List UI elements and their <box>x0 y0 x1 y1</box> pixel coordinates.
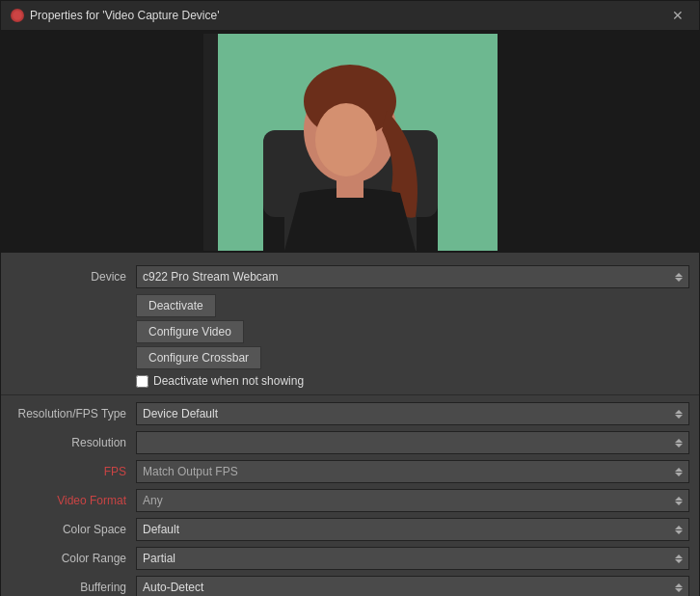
arrow-down-icon <box>675 501 683 505</box>
fps-arrow <box>675 468 683 476</box>
resolution-fps-type-value: Device Default <box>143 407 671 420</box>
color-space-label: Color Space <box>11 523 136 536</box>
color-space-select[interactable]: Default <box>136 518 689 541</box>
resolution-control <box>136 431 689 454</box>
arrow-down-icon <box>675 444 683 447</box>
color-range-value: Partial <box>143 552 671 565</box>
buffering-label: Buffering <box>11 581 136 594</box>
fps-label: FPS <box>11 465 136 478</box>
dialog-window: Properties for 'Video Capture Device' ✕ <box>0 0 700 596</box>
color-range-row: Color Range Partial <box>1 544 699 573</box>
fps-control: Match Output FPS <box>136 460 689 483</box>
resolution-fps-type-control: Device Default <box>136 402 689 425</box>
resolution-label: Resolution <box>11 436 136 449</box>
close-button[interactable]: ✕ <box>666 7 689 24</box>
arrow-down-icon <box>675 588 683 592</box>
device-row: Device c922 Pro Stream Webcam <box>1 262 699 291</box>
fps-value: Match Output FPS <box>143 465 671 478</box>
configure-crossbar-button[interactable]: Configure Crossbar <box>136 346 261 369</box>
configure-video-button[interactable]: Configure Video <box>136 320 244 343</box>
color-space-value: Default <box>143 523 671 536</box>
title-bar: Properties for 'Video Capture Device' ✕ <box>1 1 699 31</box>
preview-area <box>1 31 699 253</box>
settings-area: Device c922 Pro Stream Webcam Deactivate… <box>1 253 699 596</box>
svg-rect-1 <box>203 34 218 251</box>
resolution-fps-type-select[interactable]: Device Default <box>136 402 689 425</box>
resolution-fps-type-label: Resolution/FPS Type <box>11 407 136 420</box>
buffering-select[interactable]: Auto-Detect <box>136 576 689 596</box>
buffering-value: Auto-Detect <box>143 581 671 594</box>
resolution-arrow <box>675 439 683 447</box>
device-control: c922 Pro Stream Webcam <box>136 265 689 288</box>
device-arrow <box>675 273 683 282</box>
app-icon <box>11 9 24 22</box>
device-select[interactable]: c922 Pro Stream Webcam <box>136 265 689 288</box>
svg-point-8 <box>315 103 377 176</box>
arrow-down-icon <box>675 473 683 476</box>
buffering-row: Buffering Auto-Detect <box>1 573 699 596</box>
buttons-area: Deactivate Configure Video Configure Cro… <box>136 294 689 388</box>
buffering-control: Auto-Detect <box>136 576 689 596</box>
title-bar-left: Properties for 'Video Capture Device' <box>11 9 219 22</box>
device-label: Device <box>11 270 136 284</box>
color-space-arrow <box>675 526 683 534</box>
preview-svg <box>203 34 498 251</box>
color-range-label: Color Range <box>11 552 136 565</box>
deactivate-when-not-showing-checkbox[interactable] <box>136 375 148 388</box>
arrow-down-icon <box>675 559 683 563</box>
arrow-up-icon <box>675 468 683 472</box>
deactivate-checkbox-row: Deactivate when not showing <box>136 374 304 388</box>
arrow-down-icon <box>675 415 683 419</box>
arrow-up-icon <box>675 583 683 587</box>
color-range-select[interactable]: Partial <box>136 547 689 570</box>
video-format-arrow <box>675 497 683 505</box>
arrow-up-icon <box>675 273 683 277</box>
color-range-control: Partial <box>136 547 689 570</box>
arrow-up-icon <box>675 410 683 414</box>
dialog-title: Properties for 'Video Capture Device' <box>30 9 219 22</box>
webcam-preview <box>203 34 498 251</box>
video-format-control: Any <box>136 489 689 512</box>
fps-row: FPS Match Output FPS <box>1 457 699 486</box>
arrow-down-icon <box>675 278 683 282</box>
arrow-up-icon <box>675 497 683 501</box>
video-format-row: Video Format Any <box>1 486 699 515</box>
fps-select[interactable]: Match Output FPS <box>136 460 689 483</box>
arrow-up-icon <box>675 439 683 443</box>
arrow-up-icon <box>675 526 683 529</box>
action-buttons: Deactivate Configure Video Configure Cro… <box>136 294 689 388</box>
deactivate-button[interactable]: Deactivate <box>136 294 216 317</box>
color-range-arrow <box>675 555 683 563</box>
deactivate-when-not-showing-label: Deactivate when not showing <box>153 374 304 388</box>
color-space-row: Color Space Default <box>1 515 699 544</box>
color-space-control: Default <box>136 518 689 541</box>
resolution-fps-type-row: Resolution/FPS Type Device Default <box>1 399 699 428</box>
arrow-up-icon <box>675 555 683 558</box>
resolution-row: Resolution <box>1 428 699 457</box>
video-format-value: Any <box>143 494 671 507</box>
video-format-select[interactable]: Any <box>136 489 689 512</box>
video-format-label: Video Format <box>11 494 136 507</box>
buttons-row: Deactivate Configure Video Configure Cro… <box>1 291 699 391</box>
svg-rect-9 <box>337 176 363 198</box>
resolution-select[interactable] <box>136 431 689 454</box>
res-fps-arrow <box>675 410 683 419</box>
buffering-arrow <box>675 583 683 592</box>
device-value: c922 Pro Stream Webcam <box>143 270 671 284</box>
arrow-down-icon <box>675 530 683 534</box>
divider-1 <box>1 394 699 395</box>
